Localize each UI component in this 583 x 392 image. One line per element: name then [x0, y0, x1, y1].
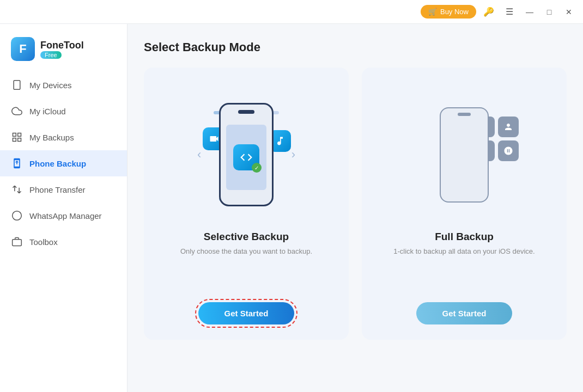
- svg-rect-3: [18, 133, 21, 137]
- transfer-icon: [11, 183, 23, 195]
- sidebar-item-my-icloud-label: My iCloud: [29, 107, 66, 116]
- app-logo-icon: F: [11, 37, 35, 61]
- sidebar-item-my-backups-label: My Backups: [29, 133, 74, 142]
- cart-icon: 🛒: [428, 8, 437, 16]
- full-backup-desc: 1-click to backup all data on your iOS d…: [393, 247, 535, 255]
- backups-icon: [11, 131, 23, 143]
- main-content: Select Backup Mode ‹: [127, 24, 583, 392]
- sidebar-item-my-icloud[interactable]: My iCloud: [0, 98, 127, 124]
- sidebar-item-whatsapp-manager[interactable]: WhatsApp Manager: [0, 203, 127, 229]
- full-backup-get-started-button[interactable]: Get Started: [416, 302, 513, 324]
- svg-rect-2: [13, 133, 16, 137]
- main-app-icon: ✓: [233, 144, 259, 170]
- appstore-grid-icon: [498, 140, 519, 161]
- arrow-left-icon: ‹: [197, 148, 201, 162]
- selective-backup-title: Selective Backup: [204, 231, 289, 243]
- full-phone-body: [440, 107, 489, 203]
- menu-icon[interactable]: ☰: [501, 4, 518, 20]
- close-button[interactable]: ✕: [561, 4, 576, 20]
- buy-now-label: Buy Now: [440, 8, 469, 16]
- selective-backup-card: ‹ ✓: [144, 68, 349, 340]
- selective-backup-illustration: ‹ ✓: [197, 95, 295, 215]
- maximize-button[interactable]: □: [542, 4, 557, 20]
- sidebar-item-whatsapp-manager-label: WhatsApp Manager: [29, 211, 102, 220]
- full-phone-notch: [458, 113, 471, 116]
- svg-rect-0: [14, 81, 20, 90]
- svg-rect-4: [18, 138, 21, 142]
- sidebar-item-phone-transfer[interactable]: Phone Transfer: [0, 176, 127, 203]
- phone-backup-icon: [11, 157, 23, 169]
- full-backup-card: Full Backup 1-click to backup all data o…: [362, 68, 567, 340]
- whatsapp-icon: [11, 210, 23, 222]
- svg-rect-7: [13, 240, 22, 246]
- sidebar-item-my-devices-label: My Devices: [29, 81, 72, 90]
- app-body: F FoneTool Free My Devices My iCloud: [0, 24, 583, 392]
- svg-rect-5: [13, 138, 16, 142]
- key-icon[interactable]: 🔑: [481, 4, 497, 20]
- phone-notch: [238, 110, 254, 114]
- minimize-button[interactable]: —: [522, 4, 537, 20]
- check-badge: ✓: [252, 163, 262, 173]
- free-badge: Free: [40, 51, 62, 59]
- devices-icon: [11, 79, 23, 91]
- sidebar-item-my-backups[interactable]: My Backups: [0, 124, 127, 150]
- full-backup-illustration: [415, 95, 513, 215]
- toolbox-icon: [11, 236, 23, 248]
- phone-body: ✓: [219, 103, 274, 206]
- svg-point-6: [13, 211, 22, 220]
- app-name: FoneTool: [40, 40, 84, 51]
- page-title: Select Backup Mode: [144, 40, 567, 54]
- selective-backup-desc: Only choose the data you want to backup.: [180, 247, 312, 255]
- sidebar-item-phone-backup-label: Phone Backup: [29, 159, 86, 168]
- buy-now-button[interactable]: 🛒 Buy Now: [421, 5, 476, 19]
- sidebar-item-phone-transfer-label: Phone Transfer: [29, 185, 86, 194]
- sidebar-item-my-devices[interactable]: My Devices: [0, 72, 127, 98]
- logo-text-area: FoneTool Free: [40, 40, 84, 59]
- phone-screen: ✓: [226, 125, 266, 190]
- sidebar: F FoneTool Free My Devices My iCloud: [0, 24, 127, 392]
- arrow-right-icon: ›: [292, 148, 295, 162]
- sidebar-item-toolbox[interactable]: Toolbox: [0, 229, 127, 255]
- icloud-icon: [11, 105, 23, 117]
- sidebar-item-phone-backup[interactable]: Phone Backup: [0, 150, 127, 176]
- contacts-grid-icon: [498, 117, 519, 137]
- selective-backup-get-started-button[interactable]: Get Started: [198, 302, 295, 324]
- logo-area: F FoneTool Free: [0, 33, 127, 72]
- cards-container: ‹ ✓: [144, 68, 567, 340]
- sidebar-item-toolbox-label: Toolbox: [29, 237, 58, 247]
- full-backup-title: Full Backup: [435, 231, 494, 243]
- title-bar: 🛒 Buy Now 🔑 ☰ — □ ✕: [0, 0, 583, 24]
